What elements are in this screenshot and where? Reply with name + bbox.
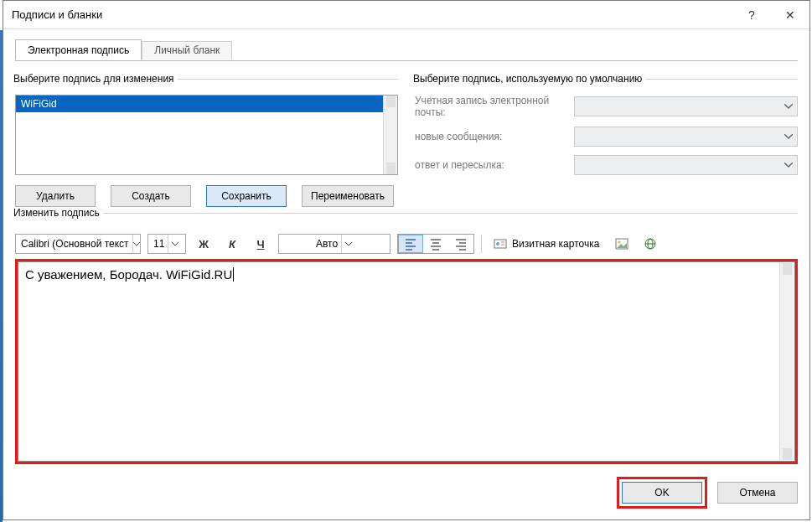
label-email-account: Учетная запись электронной почты: bbox=[415, 95, 574, 118]
insert-hyperlink-button[interactable] bbox=[639, 234, 661, 254]
font-size-combo[interactable]: 11 bbox=[147, 234, 186, 254]
titlebar-text: Подписи и бланки bbox=[12, 8, 102, 21]
italic-button[interactable]: К bbox=[221, 234, 243, 254]
business-card-icon bbox=[494, 237, 507, 251]
dialog-footer: OK Отмена bbox=[15, 476, 798, 509]
group-edit-signature: Изменить подпись Calibri (Основной текст… bbox=[15, 207, 798, 464]
group-select-signature: Выберите подпись для изменения WiFiGid У… bbox=[15, 73, 398, 207]
chevron-down-icon bbox=[780, 97, 797, 116]
dialog-window: Подписи и бланки ? ✕ Электронная подпись… bbox=[3, 0, 810, 520]
editor-content: С уважением, Бородач. WiFiGid.RU bbox=[25, 267, 234, 282]
create-button[interactable]: Создать bbox=[111, 185, 191, 207]
help-button[interactable]: ? bbox=[732, 1, 771, 29]
editor-highlight: С уважением, Бородач. WiFiGid.RU bbox=[15, 259, 798, 464]
align-left-button[interactable] bbox=[398, 235, 423, 253]
save-button[interactable]: Сохранить bbox=[206, 185, 287, 207]
picture-icon bbox=[615, 237, 628, 251]
group-edit-signature-label: Изменить подпись bbox=[13, 207, 103, 219]
svg-point-13 bbox=[496, 242, 499, 245]
chevron-down-icon bbox=[341, 235, 354, 253]
tab-email-signature[interactable]: Электронная подпись bbox=[15, 39, 142, 60]
group-default-signature: Выберите подпись, используемую по умолча… bbox=[415, 73, 798, 183]
close-button[interactable]: ✕ bbox=[771, 1, 809, 29]
listbox-scrollbar[interactable] bbox=[383, 96, 397, 174]
group-select-signature-label: Выберите подпись для изменения bbox=[13, 73, 178, 85]
font-color-combo[interactable]: Авто bbox=[278, 234, 390, 254]
close-icon: ✕ bbox=[785, 8, 795, 22]
titlebar: Подписи и бланки ? ✕ bbox=[3, 1, 809, 29]
rename-button[interactable]: Переименовать bbox=[302, 185, 394, 207]
chevron-down-icon bbox=[780, 127, 797, 146]
label-new-messages: новые сообщения: bbox=[415, 131, 574, 142]
chevron-down-icon bbox=[132, 235, 140, 253]
align-right-icon bbox=[454, 237, 468, 251]
insert-picture-button[interactable] bbox=[611, 234, 633, 254]
signature-listbox[interactable]: WiFiGid bbox=[15, 95, 398, 175]
ok-highlight: OK bbox=[617, 477, 707, 509]
toolbar-separator bbox=[481, 235, 482, 253]
chevron-down-icon bbox=[168, 235, 181, 253]
delete-button[interactable]: Удалить bbox=[15, 185, 96, 207]
edit-toolbar: Calibri (Основной текст 11 Ж К Ч Авто bbox=[15, 234, 798, 254]
alignment-group bbox=[397, 234, 474, 254]
tabstrip: Электронная подпись Личный бланк bbox=[15, 39, 798, 61]
underline-button[interactable]: Ч bbox=[250, 234, 272, 254]
editor-scrollbar[interactable] bbox=[779, 263, 794, 460]
business-card-button[interactable]: Визитная карточка bbox=[489, 234, 604, 254]
select-replies[interactable] bbox=[574, 155, 798, 175]
label-replies: ответ и пересылка: bbox=[415, 159, 574, 171]
group-default-signature-label: Выберите подпись, используемую по умолча… bbox=[413, 73, 645, 85]
signature-editor[interactable]: С уважением, Бородач. WiFiGid.RU bbox=[18, 261, 795, 462]
tab-personal-stationery[interactable]: Личный бланк bbox=[142, 41, 232, 59]
align-right-button[interactable] bbox=[448, 235, 473, 253]
help-icon: ? bbox=[748, 8, 755, 22]
select-email-account[interactable] bbox=[574, 96, 798, 116]
font-family-combo[interactable]: Calibri (Основной текст bbox=[15, 234, 141, 254]
bold-button[interactable]: Ж bbox=[193, 234, 215, 254]
ok-button[interactable]: OK bbox=[622, 482, 702, 504]
align-center-button[interactable] bbox=[423, 235, 448, 253]
align-center-icon bbox=[429, 237, 442, 251]
hyperlink-icon bbox=[644, 237, 657, 251]
align-left-icon bbox=[404, 237, 417, 251]
chevron-down-icon bbox=[780, 156, 797, 174]
svg-point-17 bbox=[618, 241, 621, 244]
cancel-button[interactable]: Отмена bbox=[717, 482, 798, 504]
signature-list-item[interactable]: WiFiGid bbox=[16, 96, 383, 112]
select-new-messages[interactable] bbox=[574, 127, 798, 147]
